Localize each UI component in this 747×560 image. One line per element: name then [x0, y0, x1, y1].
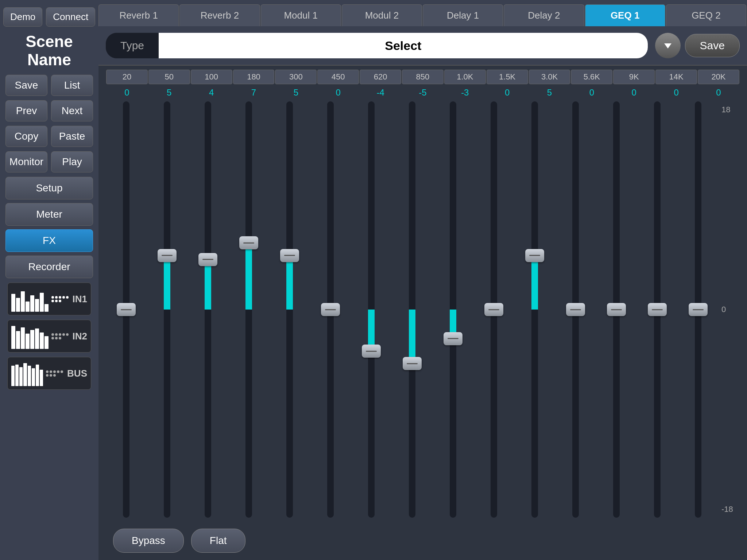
demo-button[interactable]: Demo	[3, 7, 42, 27]
recorder-button[interactable]: Recorder	[5, 256, 93, 278]
copy-button[interactable]: Copy	[5, 126, 47, 147]
bypass-button[interactable]: Bypass	[113, 529, 184, 553]
slider-col	[393, 101, 431, 518]
prev-button[interactable]: Prev	[5, 100, 47, 121]
slider-track[interactable]	[531, 101, 538, 518]
tab-geq-1[interactable]: GEQ 1	[585, 4, 665, 26]
slider-thumb[interactable]	[321, 303, 340, 316]
value-label: 7	[233, 86, 275, 99]
prev-next-row: Prev Next	[5, 100, 93, 121]
nav-buttons: Setup Meter FX Recorder	[5, 177, 93, 278]
slider-track[interactable]	[491, 101, 497, 518]
monitor-button[interactable]: Monitor	[5, 151, 47, 172]
freq-label: 1.0K	[444, 70, 486, 84]
scene-name: Scene Name	[5, 32, 93, 69]
slider-col	[107, 101, 146, 518]
slider-thumb[interactable]	[239, 236, 258, 249]
slider-track[interactable]	[245, 101, 252, 518]
next-button[interactable]: Next	[51, 100, 93, 121]
slider-col	[311, 101, 350, 518]
fx-button[interactable]: FX	[5, 229, 93, 252]
slider-thumb[interactable]	[566, 303, 585, 316]
bus-bars	[11, 361, 43, 386]
slider-track[interactable]	[286, 101, 293, 518]
save-button[interactable]: Save	[5, 75, 47, 96]
slider-track[interactable]	[409, 101, 415, 518]
slider-thumb[interactable]	[484, 303, 503, 316]
freq-labels: 20501001803004506208501.0K1.5K3.0K5.6K9K…	[106, 69, 740, 85]
bus-label: BUS	[67, 368, 87, 379]
paste-button[interactable]: Paste	[51, 126, 93, 147]
tab-reverb-2[interactable]: Reverb 2	[179, 4, 260, 26]
tab-modul-2[interactable]: Modul 2	[342, 4, 422, 26]
slider-track[interactable]	[205, 101, 211, 518]
slider-track[interactable]	[368, 101, 375, 518]
value-label: 0	[106, 86, 148, 99]
slider-fill	[409, 310, 415, 363]
list-button[interactable]: List	[51, 75, 93, 96]
tab-delay-1[interactable]: Delay 1	[423, 4, 503, 26]
tab-geq-2[interactable]: GEQ 2	[666, 4, 746, 26]
freq-label: 3.0K	[529, 70, 570, 84]
slider-thumb[interactable]	[525, 249, 544, 262]
slider-fill	[531, 256, 538, 310]
tab-reverb-1[interactable]: Reverb 1	[98, 4, 179, 26]
slider-track[interactable]	[695, 101, 701, 518]
dot	[59, 333, 61, 336]
dot	[55, 337, 58, 339]
slider-col	[475, 101, 513, 518]
slider-track[interactable]	[450, 101, 456, 518]
slider-thumb[interactable]	[607, 303, 626, 316]
dropdown-button[interactable]	[655, 33, 681, 58]
bar	[11, 294, 15, 312]
flat-button[interactable]: Flat	[191, 529, 245, 553]
tab-modul-1[interactable]: Modul 1	[261, 4, 341, 26]
value-label: 0	[317, 86, 359, 99]
freq-label: 1.5K	[487, 70, 528, 84]
bar	[40, 332, 44, 349]
slider-track[interactable]	[164, 101, 170, 518]
connect-button[interactable]: Connect	[46, 7, 95, 27]
type-label: Type	[106, 33, 159, 58]
setup-button[interactable]: Setup	[5, 177, 93, 199]
value-label: 5	[148, 86, 190, 99]
slider-col	[597, 101, 636, 518]
slider-thumb[interactable]	[444, 332, 462, 345]
slider-thumb[interactable]	[689, 303, 708, 316]
dot	[53, 374, 56, 377]
slider-thumb[interactable]	[280, 249, 299, 262]
slider-thumb[interactable]	[117, 303, 136, 316]
in1-dots	[51, 296, 70, 302]
value-label: 0	[486, 86, 529, 99]
freq-label: 50	[148, 70, 190, 84]
slider-track[interactable]	[327, 101, 334, 518]
in2-meter[interactable]: IN2	[7, 320, 91, 353]
slider-track[interactable]	[654, 101, 661, 518]
slider-thumb[interactable]	[403, 357, 422, 370]
slider-thumb[interactable]	[158, 249, 177, 262]
in1-meter[interactable]: IN1	[7, 283, 91, 315]
dot	[66, 296, 69, 299]
slider-track[interactable]	[572, 101, 579, 518]
scale-mid: 0	[721, 305, 740, 314]
in2-label: IN2	[73, 331, 87, 342]
save-list-row: Save List	[5, 75, 93, 96]
play-button[interactable]: Play	[51, 151, 93, 172]
top-row: Demo Connect	[5, 7, 93, 27]
slider-thumb[interactable]	[198, 253, 217, 266]
bus-meter[interactable]: BUS	[7, 357, 91, 390]
dot	[55, 300, 58, 302]
bar	[35, 328, 39, 349]
dot	[62, 296, 65, 299]
bar	[21, 327, 25, 349]
meter-button[interactable]: Meter	[5, 203, 93, 226]
type-save-button[interactable]: Save	[685, 34, 740, 57]
tab-delay-2[interactable]: Delay 2	[504, 4, 584, 26]
slider-track[interactable]	[613, 101, 620, 518]
slider-thumb[interactable]	[362, 345, 381, 358]
freq-label: 620	[360, 70, 401, 84]
slider-track[interactable]	[123, 101, 129, 518]
select-value[interactable]: Select	[159, 33, 648, 58]
value-label: 5	[529, 86, 571, 99]
slider-thumb[interactable]	[648, 303, 667, 316]
